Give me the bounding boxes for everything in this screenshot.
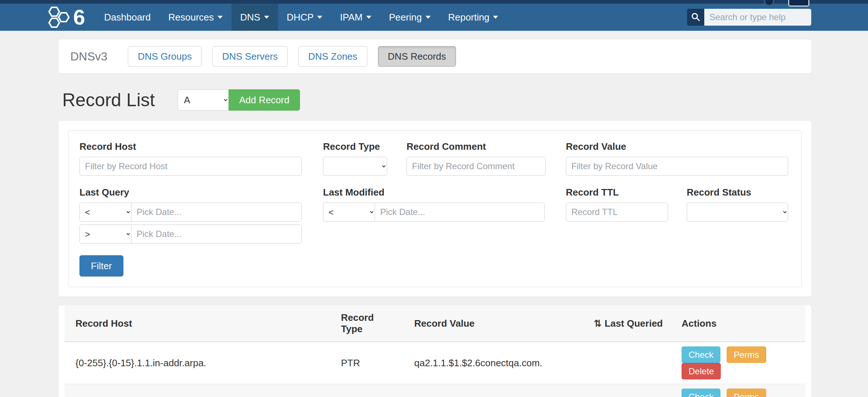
main-nav-menu: Dashboard Resources DNS DHCP IPAM Peerin… xyxy=(95,4,507,31)
sort-icon[interactable]: ⇅ xyxy=(594,318,602,329)
cell-record-host: {0-255}.{0-15}.1.1.in-addr.arpa. xyxy=(64,342,330,384)
filter-field-record-comment: Record Comment xyxy=(407,141,546,176)
cell-record-type: NS xyxy=(330,384,403,397)
dns-records-button[interactable]: DNS Records xyxy=(378,46,456,67)
caret-down-icon xyxy=(218,16,223,19)
last-modified-label: Last Modified xyxy=(323,187,545,198)
header-record-type: Record Type xyxy=(330,305,403,342)
last-query-after-group: > xyxy=(79,225,302,244)
nav-item-dhcp[interactable]: DHCP xyxy=(278,4,331,31)
record-host-label: Record Host xyxy=(79,141,302,152)
caret-down-icon xyxy=(366,16,371,19)
filter-row-1: Record Host Record Type Record Comment R… xyxy=(79,141,790,176)
record-type-filter-select[interactable] xyxy=(323,157,387,176)
hexagon-logo-icon xyxy=(47,4,73,30)
nav-item-label: Peering xyxy=(389,12,422,23)
record-comment-label: Record Comment xyxy=(407,141,546,152)
record-ttl-label: Record TTL xyxy=(566,187,668,198)
nav-item-label: IPAM xyxy=(340,12,363,23)
last-query-gt-select[interactable]: > xyxy=(79,225,131,244)
record-status-select[interactable] xyxy=(687,203,788,222)
last-query-after-date-input[interactable] xyxy=(131,225,302,244)
last-query-before-date-input[interactable] xyxy=(131,203,302,222)
nav-item-peering[interactable]: Peering xyxy=(380,4,439,31)
record-list-header: Record List A Add Record xyxy=(59,89,811,111)
dns-servers-button[interactable]: DNS Servers xyxy=(212,46,288,67)
cell-record-type: PTR xyxy=(330,342,403,384)
delete-button[interactable]: Delete xyxy=(682,363,721,379)
browser-chrome-fragment-button xyxy=(788,0,809,7)
records-table: Record Host Record Type Record Value ⇅La… xyxy=(64,305,805,397)
nav-item-dashboard[interactable]: Dashboard xyxy=(95,4,159,31)
records-table-panel: Record Host Record Type Record Value ⇅La… xyxy=(59,305,811,397)
caret-down-icon xyxy=(426,16,431,19)
last-modified-date-input[interactable] xyxy=(375,203,545,222)
cell-last-queried xyxy=(583,384,671,397)
last-modified-op-select[interactable]: < xyxy=(323,203,375,222)
header-actions: Actions xyxy=(671,305,805,342)
record-type-label: Record Type xyxy=(323,141,387,152)
record-host-input[interactable] xyxy=(79,157,302,176)
dns-groups-button[interactable]: DNS Groups xyxy=(128,46,201,67)
brand-number: 6 xyxy=(73,7,85,28)
last-query-label: Last Query xyxy=(79,187,302,198)
record-value-input[interactable] xyxy=(566,157,788,176)
table-header-row: Record Host Record Type Record Value ⇅La… xyxy=(64,305,805,342)
check-button[interactable]: Check xyxy=(682,389,720,397)
table-row: {0-255}.{0-15}.1.1.in-addr.arpa. PTR qa2… xyxy=(64,342,805,384)
filter-panel: Record Host Record Type Record Comment R… xyxy=(59,121,811,297)
add-record-group: A Add Record xyxy=(178,89,300,111)
filter-field-last-query: Last Query < > xyxy=(79,187,302,244)
cell-actions: Check Perms Delete xyxy=(671,342,805,384)
cell-actions: Check Perms Delete xyxy=(671,384,805,397)
last-modified-group: < xyxy=(323,203,545,222)
check-button[interactable]: Check xyxy=(682,346,720,363)
filter-field-record-host: Record Host xyxy=(79,141,302,176)
add-record-button[interactable]: Add Record xyxy=(229,89,300,111)
filter-row-2: Last Query < > Last Mo xyxy=(79,187,790,244)
record-type-select[interactable]: A xyxy=(178,89,229,111)
dns-subnav-panel: DNSv3 DNS Groups DNS Servers DNS Zones D… xyxy=(59,40,811,73)
nav-item-label: Reporting xyxy=(448,12,490,23)
filter-field-record-ttl: Record TTL xyxy=(566,187,668,244)
last-query-lt-select[interactable]: < xyxy=(79,203,131,222)
nav-item-ipam[interactable]: IPAM xyxy=(331,4,380,31)
header-record-host: Record Host xyxy=(64,305,330,342)
filter-submit-button[interactable]: Filter xyxy=(79,255,123,277)
filter-field-record-type: Record Type xyxy=(323,141,387,176)
nav-item-label: Dashboard xyxy=(104,12,151,23)
nav-item-resources[interactable]: Resources xyxy=(159,4,231,31)
cell-last-queried xyxy=(583,342,671,384)
cell-record-host: specialtestzone.com. xyxy=(64,384,330,397)
filter-field-record-value: Record Value xyxy=(566,141,788,176)
cell-record-value: ns1.6connect.com. xyxy=(403,384,583,397)
filter-field-record-status: Record Status xyxy=(687,187,788,244)
app-logo[interactable]: 6 xyxy=(47,4,85,30)
filter-box: Record Host Record Type Record Comment R… xyxy=(68,130,802,287)
record-comment-input[interactable] xyxy=(407,157,546,176)
table-row: specialtestzone.com. NS ns1.6connect.com… xyxy=(64,384,805,397)
nav-item-label: Resources xyxy=(168,12,214,23)
header-last-queried-label: Last Queried xyxy=(605,318,663,329)
header-last-queried[interactable]: ⇅Last Queried xyxy=(583,305,671,342)
record-status-label: Record Status xyxy=(687,187,788,198)
header-record-value: Record Value xyxy=(403,305,583,342)
perms-button[interactable]: Perms xyxy=(727,389,766,397)
nav-item-label: DNS xyxy=(240,12,260,23)
search-input[interactable] xyxy=(704,9,811,26)
caret-down-icon xyxy=(264,16,269,19)
page-title: Record List xyxy=(62,89,155,111)
nav-item-dns[interactable]: DNS xyxy=(231,4,278,31)
dns-zones-button[interactable]: DNS Zones xyxy=(298,46,367,67)
search-icon[interactable] xyxy=(687,9,704,26)
browser-chrome-strip xyxy=(0,0,868,4)
page-content: DNSv3 DNS Groups DNS Servers DNS Zones D… xyxy=(59,40,811,397)
record-ttl-input[interactable] xyxy=(566,203,668,222)
last-query-before-group: < xyxy=(79,203,302,222)
subnav-title: DNSv3 xyxy=(70,50,107,63)
nav-item-label: DHCP xyxy=(287,12,314,23)
main-navbar: 6 Dashboard Resources DNS DHCP IPAM Peer… xyxy=(0,4,868,31)
record-value-label: Record Value xyxy=(566,141,788,152)
nav-item-reporting[interactable]: Reporting xyxy=(439,4,507,31)
perms-button[interactable]: Perms xyxy=(727,346,766,363)
